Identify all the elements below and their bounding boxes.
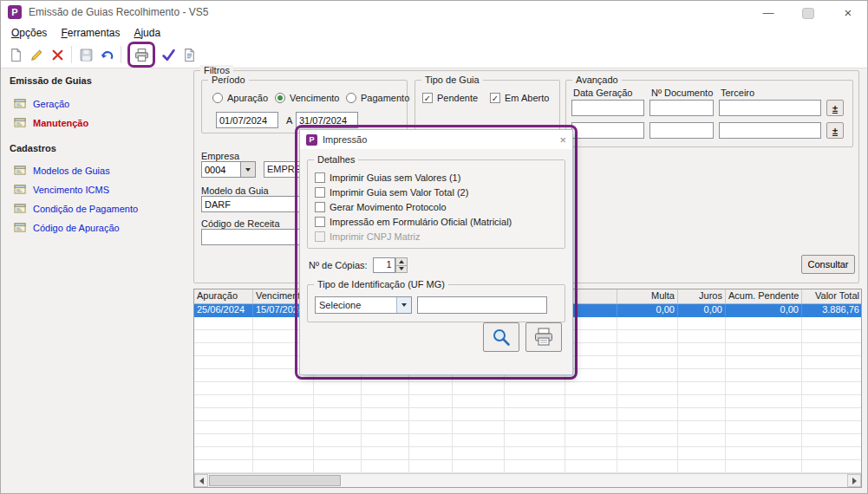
checkbox-imprimir-guias-sem-valores[interactable]: Imprimir Guias sem Valores (1) xyxy=(315,170,558,185)
modelo-da-guia-input[interactable] xyxy=(201,196,302,212)
grid-cell xyxy=(726,356,802,369)
grid-cell xyxy=(802,434,862,447)
tipo-de-guia-title: Tipo de Guia xyxy=(421,75,483,85)
checkbox-label: Imprimir CNPJ Matriz xyxy=(330,231,421,242)
table-row[interactable] xyxy=(194,382,861,395)
no-documento-label: Nº Documento xyxy=(651,88,713,98)
checkbox-imprimir-guia-sem-valor-total[interactable]: Imprimir Guia sem Valor Total (2) xyxy=(315,185,558,199)
select-arrow-button[interactable] xyxy=(396,297,411,313)
grid-cell xyxy=(802,408,862,421)
scroll-right-button[interactable] xyxy=(847,474,861,487)
form-icon xyxy=(14,117,27,128)
column-header[interactable]: Apuração xyxy=(194,289,253,304)
no-documento-input-1[interactable] xyxy=(649,100,714,116)
table-row[interactable] xyxy=(194,408,861,421)
grid-cell xyxy=(505,460,565,473)
new-button[interactable] xyxy=(5,44,26,65)
table-row[interactable] xyxy=(194,395,861,408)
column-header[interactable]: Valor Total xyxy=(802,289,862,304)
empresa-code-input[interactable] xyxy=(201,161,241,178)
table-row[interactable] xyxy=(194,447,861,460)
terceiro-plusminus-button-2[interactable]: ± xyxy=(826,122,844,139)
menu-ferramentas[interactable]: Ferramentas xyxy=(54,25,127,41)
consultar-button[interactable]: Consultar xyxy=(801,255,855,274)
identificacao-select[interactable]: Selecione xyxy=(315,296,412,314)
tipo-identificacao-title: Tipo de Identificação (UF MG) xyxy=(314,279,448,289)
sidebar-item-geracao[interactable]: Geração xyxy=(14,97,187,110)
edit-button[interactable] xyxy=(26,44,47,65)
sidebar-section-cadastros: Cadastros xyxy=(10,143,187,153)
table-row[interactable] xyxy=(194,434,861,447)
grid-cell xyxy=(253,382,314,395)
scrollbar-thumb[interactable] xyxy=(209,475,341,486)
grid-cell xyxy=(802,395,862,408)
delete-button[interactable] xyxy=(47,44,68,65)
date-from-input[interactable] xyxy=(216,112,278,128)
preview-button[interactable] xyxy=(483,322,519,352)
window-controls: — × xyxy=(760,5,860,20)
report-button[interactable] xyxy=(179,44,199,65)
empresa-combo[interactable] xyxy=(201,161,256,178)
menu-ajuda[interactable]: Ajuda xyxy=(127,25,167,41)
minimize-button[interactable]: — xyxy=(760,6,777,19)
radio-label: Pagamento xyxy=(361,93,409,103)
grid-cell xyxy=(802,317,862,330)
sidebar-item-manutencao[interactable]: Manutenção xyxy=(14,116,187,129)
grid-cell xyxy=(726,330,802,343)
spinner-down-button[interactable] xyxy=(395,266,408,274)
scroll-left-button[interactable] xyxy=(194,474,208,487)
save-button[interactable] xyxy=(75,44,96,65)
checkbox-em-aberto[interactable]: Em Aberto xyxy=(490,93,549,103)
identificacao-input[interactable] xyxy=(417,296,547,314)
grid-cell xyxy=(453,421,505,434)
dialog-close-button[interactable]: × xyxy=(559,133,566,146)
table-row[interactable] xyxy=(194,421,861,434)
terceiro-plusminus-button-1[interactable]: ± xyxy=(826,100,844,116)
table-row[interactable] xyxy=(194,460,861,473)
sidebar-item-condicao-de-pagamento[interactable]: Condição de Pagamento xyxy=(14,202,187,215)
terceiro-input-1[interactable] xyxy=(719,100,821,116)
copies-value[interactable]: 1 xyxy=(373,257,395,273)
sidebar-item-modelos-de-guias[interactable]: Modelos de Guias xyxy=(14,164,187,177)
radio-vencimento[interactable]: Vencimento xyxy=(275,93,339,103)
column-header[interactable]: Juros xyxy=(678,289,726,304)
modelo-da-guia-label: Modelo da Guia xyxy=(201,185,269,196)
grid-cell xyxy=(678,447,726,460)
grid-cell xyxy=(453,447,505,460)
radio-apuracao[interactable]: Apuração xyxy=(212,93,268,103)
radio-pagamento[interactable]: Pagamento xyxy=(346,93,409,103)
maximize-button[interactable] xyxy=(799,5,817,18)
grid-cell xyxy=(253,395,314,408)
spinner-up-button[interactable] xyxy=(395,257,408,266)
data-geracao-input-1[interactable] xyxy=(571,100,644,116)
sidebar-item-vencimento-icms[interactable]: Vencimento ICMS xyxy=(14,183,187,196)
copies-spinner[interactable]: 1 xyxy=(373,257,408,273)
menu-opcoes[interactable]: Opções xyxy=(4,25,54,41)
column-header[interactable]: Multa xyxy=(617,289,678,304)
combo-arrow-button[interactable] xyxy=(241,161,256,178)
sidebar-item-label: Código de Apuração xyxy=(33,223,120,233)
grid-cell xyxy=(194,330,253,343)
no-documento-input-2[interactable] xyxy=(649,122,714,139)
sidebar-item-codigo-de-apuracao[interactable]: Código de Apuração xyxy=(14,221,187,234)
close-button[interactable]: × xyxy=(839,5,857,20)
dialog-buttons xyxy=(483,322,562,352)
grid-cell xyxy=(453,460,505,473)
confirm-button[interactable] xyxy=(158,44,179,65)
print-button[interactable] xyxy=(131,44,152,65)
sidebar-section-emissao: Emissão de Guias xyxy=(10,75,187,86)
chevron-down-icon xyxy=(401,303,407,307)
horizontal-scrollbar[interactable] xyxy=(194,473,861,487)
grid-cell xyxy=(678,356,726,369)
avancado-title: Avançado xyxy=(572,75,622,85)
checkbox-gerar-movimento-protocolo[interactable]: Gerar Movimento Protocolo xyxy=(315,199,558,214)
data-geracao-input-2[interactable] xyxy=(571,122,644,139)
checkbox-pendente[interactable]: Pendente xyxy=(422,93,478,103)
checkbox-impressao-formulario-oficial[interactable]: Impressão em Formulário Oficial (Matrici… xyxy=(315,214,558,229)
grid-cell xyxy=(453,408,505,421)
dialog-print-button[interactable] xyxy=(525,322,562,352)
codigo-de-receita-input[interactable] xyxy=(201,229,302,245)
undo-button[interactable] xyxy=(96,44,117,65)
column-header[interactable]: Acum. Pendente xyxy=(726,289,802,304)
terceiro-input-2[interactable] xyxy=(719,122,821,139)
